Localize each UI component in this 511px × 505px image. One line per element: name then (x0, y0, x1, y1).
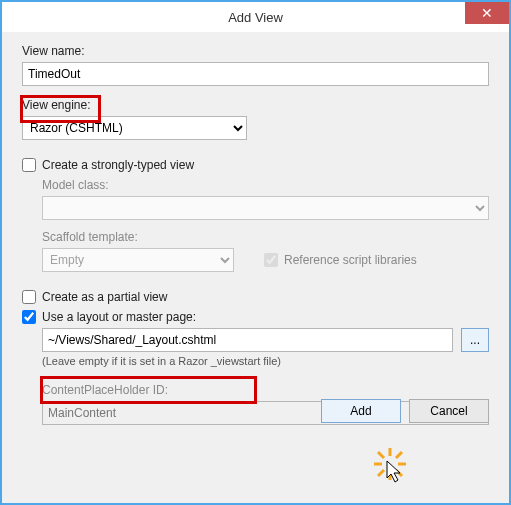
view-engine-select[interactable]: Razor (CSHTML) (22, 116, 247, 140)
view-name-input[interactable] (22, 62, 489, 86)
cph-id-label: ContentPlaceHolder ID: (42, 383, 489, 397)
partial-view-checkbox[interactable] (22, 290, 36, 304)
close-button[interactable]: ✕ (465, 2, 509, 24)
browse-button[interactable]: ... (461, 328, 489, 352)
layout-path-input[interactable] (42, 328, 453, 352)
use-layout-label: Use a layout or master page: (42, 310, 196, 324)
close-icon: ✕ (481, 5, 493, 21)
partial-view-label: Create as a partial view (42, 290, 167, 304)
strongly-typed-label: Create a strongly-typed view (42, 158, 194, 172)
cancel-button[interactable]: Cancel (409, 399, 489, 423)
strongly-typed-checkbox[interactable] (22, 158, 36, 172)
scaffold-template-label: Scaffold template: (42, 230, 489, 244)
model-class-select (42, 196, 489, 220)
titlebar: Add View ✕ (2, 2, 509, 32)
layout-hint: (Leave empty if it is set in a Razor _vi… (42, 355, 489, 367)
use-layout-checkbox[interactable] (22, 310, 36, 324)
add-button[interactable]: Add (321, 399, 401, 423)
ref-script-checkbox (264, 253, 278, 267)
scaffold-template-select: Empty (42, 248, 234, 272)
ref-script-label: Reference script libraries (284, 253, 417, 267)
model-class-label: Model class: (42, 178, 489, 192)
view-engine-label: View engine: (22, 98, 489, 112)
view-name-label: View name: (22, 44, 489, 58)
ref-script-row: Reference script libraries (264, 253, 417, 267)
window-title: Add View (228, 10, 283, 25)
